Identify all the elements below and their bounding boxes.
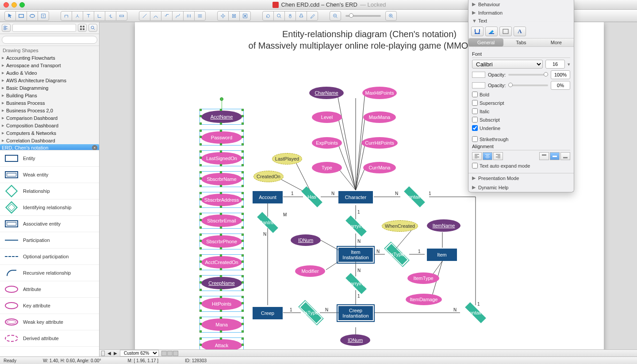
- relationship-contains-1[interactable]: Contains: [401, 190, 428, 203]
- selected-attr-sbscrbraddress[interactable]: SbscrbrAddress: [201, 194, 242, 206]
- text-font-button[interactable]: A: [514, 27, 526, 36]
- eyedropper-tool[interactable]: [307, 11, 318, 21]
- text-color-swatch[interactable]: [472, 72, 485, 78]
- weak-entity-creep-instantiation[interactable]: Creep Instantiation: [338, 306, 373, 320]
- library-category-11[interactable]: ▸Correlation Dashboard: [0, 137, 99, 144]
- entity-item[interactable]: Item: [427, 249, 457, 261]
- selected-attr-sbscrbremail[interactable]: SbscrbrEmail: [201, 215, 242, 227]
- shape-stencil-weak-key-attribute[interactable]: Weak key attribute: [0, 314, 99, 330]
- library-category-8[interactable]: ▸Comparison Dashboard: [0, 114, 99, 122]
- tree-connector-tool-1[interactable]: [61, 11, 72, 21]
- shape-stencil-derived-attribute[interactable]: Derived attribute: [0, 330, 99, 347]
- text-opacity-value[interactable]: [551, 70, 570, 79]
- ellipse-tool[interactable]: [27, 11, 38, 21]
- selected-attr-password[interactable]: Password: [201, 131, 242, 144]
- library-active-erd[interactable]: ERD, Chen's notation ×: [0, 144, 99, 150]
- library-category-6[interactable]: ▸Business Process: [0, 99, 99, 107]
- line-tool-3[interactable]: [161, 11, 173, 21]
- zoom-level-dropdown[interactable]: Custom 62%: [120, 350, 159, 356]
- tab-general[interactable]: General: [468, 38, 503, 46]
- selected-attr-mana[interactable]: Mana: [201, 318, 242, 331]
- line-tool-1[interactable]: [139, 11, 150, 21]
- line-tool-5[interactable]: [183, 11, 195, 21]
- zoom-tool[interactable]: [273, 11, 285, 21]
- relationship-istype-1[interactable]: IsType: [384, 248, 410, 261]
- attr-currmana[interactable]: CurrMana: [363, 162, 396, 173]
- checkbox-strikethrough[interactable]: Strikethrough: [472, 136, 521, 142]
- text-opacity-slider[interactable]: [508, 74, 548, 76]
- zoom-in-button[interactable]: [385, 11, 397, 21]
- font-size-input[interactable]: [545, 60, 565, 69]
- attr-modifier[interactable]: Modifier: [295, 265, 325, 277]
- library-grid-view[interactable]: [78, 24, 87, 32]
- section-text[interactable]: ▼Text: [468, 17, 574, 25]
- library-close-icon[interactable]: ×: [92, 145, 97, 150]
- bg-opacity-value[interactable]: [551, 81, 570, 90]
- bg-color-swatch[interactable]: [472, 82, 485, 88]
- close-window-button[interactable]: [4, 2, 9, 8]
- font-family-select[interactable]: Calibri: [472, 60, 543, 69]
- library-search-button[interactable]: [88, 24, 97, 32]
- library-path-input[interactable]: [12, 24, 76, 32]
- checkbox-auto-expand[interactable]: Text auto expand mode: [472, 163, 570, 169]
- shape-stencil-relationship[interactable]: Relationship: [0, 183, 99, 199]
- attr-maxhitpoints[interactable]: MaxHitPoints: [362, 87, 397, 99]
- font-size-stepper-icon[interactable]: ▾: [568, 61, 570, 67]
- attr-currhitpoints[interactable]: CurrHitPoints: [361, 137, 398, 149]
- library-category-4[interactable]: ▸Basic Diagramming: [0, 84, 99, 92]
- pan-tool[interactable]: [284, 11, 296, 21]
- attr-itemdamage[interactable]: ItemDamage: [406, 294, 442, 305]
- relationship-has[interactable]: Has: [299, 190, 325, 203]
- selected-attr-sbscrbrname[interactable]: SbscrbrName: [201, 173, 242, 185]
- attr-idnum-item[interactable]: IDNum: [291, 234, 321, 246]
- rotation-handle[interactable]: [220, 97, 223, 101]
- minimize-window-button[interactable]: [12, 2, 17, 8]
- library-category-3[interactable]: ▸AWS Architecture Diagrams: [0, 77, 99, 84]
- entity-character[interactable]: Character: [338, 191, 373, 203]
- selected-attr-sbscrbrphone[interactable]: SbscrbrPhone: [201, 235, 242, 248]
- library-category-9[interactable]: ▸Composition Dashboard: [0, 122, 99, 129]
- rectangle-tool[interactable]: [15, 11, 27, 21]
- align-right[interactable]: [493, 152, 503, 160]
- shape-stencil-optional-participation[interactable]: Optional participation: [0, 249, 99, 265]
- tree-connector-tool-4[interactable]: [94, 11, 105, 21]
- tab-more[interactable]: More: [539, 38, 574, 46]
- attr-maxmana[interactable]: MaxMana: [363, 111, 396, 123]
- tree-connector-tool-2[interactable]: [72, 11, 83, 21]
- valign-top[interactable]: [539, 152, 549, 160]
- shape-stencil-identifying-relationship[interactable]: Identifying relationship: [0, 199, 99, 216]
- shape-stencil-entity[interactable]: Entity: [0, 150, 99, 167]
- line-tool-4[interactable]: [172, 11, 184, 21]
- selected-attr-hitpoints[interactable]: HitPoints: [201, 298, 242, 310]
- zoom-slider[interactable]: [345, 15, 381, 17]
- shape-stencil-recursive-relationship[interactable]: Recursive relationship: [0, 265, 99, 281]
- selected-attr-lastsignedon[interactable]: LastSignedOn: [201, 152, 242, 165]
- shape-stencil-attribute[interactable]: Attribute: [0, 281, 99, 298]
- selected-attr-creepname[interactable]: CreepName: [201, 277, 242, 289]
- page-tabs[interactable]: [161, 351, 178, 356]
- attr-idnum-creep[interactable]: IDNum: [340, 334, 370, 346]
- align-left[interactable]: [472, 152, 482, 160]
- weak-entity-item-instantiation[interactable]: Item Instantiation: [338, 248, 373, 262]
- selected-attr-acctcreatedon[interactable]: AcctCreatedOn: [201, 256, 242, 268]
- relationship-contains-2[interactable]: Contains: [462, 306, 489, 319]
- checkbox-subscript[interactable]: Subscript: [472, 117, 521, 123]
- attr-whencreated[interactable]: WhenCreated: [382, 220, 418, 232]
- checkbox-underline[interactable]: Underline: [472, 125, 521, 131]
- page-splitter[interactable]: [101, 351, 105, 356]
- attr-itemname[interactable]: ItemName: [427, 219, 460, 232]
- text-tool[interactable]: T: [38, 11, 49, 21]
- valign-bottom[interactable]: [560, 152, 570, 160]
- shape-stencil-key-attribute[interactable]: Key attribute: [0, 298, 99, 314]
- attr-type[interactable]: Type: [312, 162, 342, 173]
- library-category-7[interactable]: ▸Business Process 2,0: [0, 107, 99, 114]
- shape-stencil-weak-entity[interactable]: Weak entity: [0, 167, 99, 183]
- zoom-out-button[interactable]: [330, 11, 341, 21]
- snap-tool-2[interactable]: [228, 11, 240, 21]
- tree-connector-tool-5[interactable]: [105, 11, 116, 21]
- line-tool-6[interactable]: [194, 11, 206, 21]
- attr-lastplayed[interactable]: LastPlayed: [272, 153, 302, 165]
- section-behaviour[interactable]: ▶Behaviour: [468, 0, 574, 8]
- align-center[interactable]: [483, 152, 492, 160]
- page-next-button[interactable]: ▶: [114, 351, 117, 356]
